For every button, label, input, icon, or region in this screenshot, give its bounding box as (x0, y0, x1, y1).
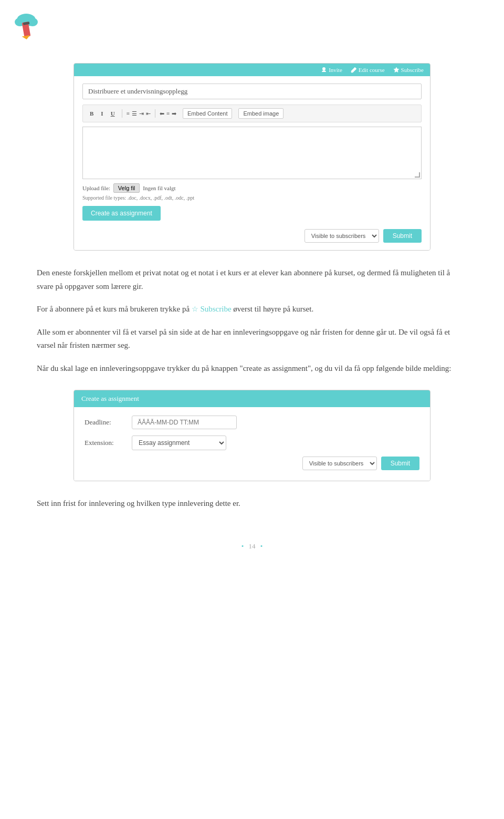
top-screenshot: Invite Edit course Subscribe Distribuere… (74, 63, 430, 251)
extension-select[interactable]: Essay assignment (132, 436, 226, 450)
create-assignment-btn[interactable]: Create as assignment (82, 206, 161, 221)
underline-btn[interactable]: U (108, 109, 118, 118)
footer-dot-left: • (242, 542, 244, 550)
visible-select[interactable]: Visible to subscribers (304, 229, 379, 243)
list2-icon: ☰ (132, 110, 137, 117)
resize-handle[interactable] (415, 172, 420, 178)
deadline-row: Deadline: (85, 416, 419, 429)
align-left-icon: ⬅ (160, 110, 164, 117)
para2-prefix: For å abonnere på et kurs må brukeren tr… (37, 305, 190, 313)
align-center-icon: ≡ (166, 110, 170, 117)
outdent-icon: ⇤ (146, 110, 151, 117)
bottom-screenshot: Create as assignment Deadline: Extension… (74, 390, 430, 481)
footer: • 14 • (32, 542, 472, 551)
align-right-icon: ➡ (172, 110, 176, 117)
extension-row: Extension: Essay assignment (85, 436, 419, 450)
screenshot-topbar: Invite Edit course Subscribe (74, 64, 430, 76)
embed-content-btn[interactable]: Embed Content (183, 108, 232, 119)
editor-area[interactable] (82, 127, 422, 179)
toolbar: B I U ≡ ☰ ⇥ ⇤ ⬅ ≡ ➡ Embed Content Embed … (82, 105, 422, 122)
paragraph-5: Sett inn frist for innlevering og hvilke… (37, 497, 467, 511)
bold-btn[interactable]: B (87, 109, 96, 118)
list-icon: ≡ (127, 110, 130, 117)
toolbar-divider2 (155, 109, 155, 118)
deadline-input[interactable] (132, 416, 237, 429)
embed-image-btn[interactable]: Embed image (238, 108, 284, 119)
bottom-row: Visible to subscribers Submit (82, 229, 422, 243)
upload-label: Upload file: (82, 185, 110, 191)
subscribe-btn[interactable]: Subscribe (393, 67, 424, 73)
no-file-text: Ingen fil valgt (143, 185, 175, 191)
italic-btn[interactable]: I (98, 109, 106, 118)
submit-btn-2[interactable]: Submit (381, 457, 419, 470)
logo-area (10, 11, 42, 44)
edit-course-btn[interactable]: Edit course (351, 67, 385, 73)
logo-icon (10, 11, 42, 42)
page-number: 14 (249, 542, 256, 550)
bottom-screenshot-body: Deadline: Extension: Essay assignment Vi… (74, 407, 430, 481)
title-input[interactable]: Distribuere et undervisningsopplegg (82, 84, 422, 99)
svg-marker-4 (22, 35, 31, 40)
upload-row: Upload file: Velg fil Ingen fil valgt (82, 183, 422, 193)
bottom-row2: Visible to subscribers Submit (85, 457, 419, 470)
toolbar-divider (122, 109, 122, 118)
star-icon: ☆ (192, 305, 201, 313)
indent-icon: ⇥ (139, 110, 144, 117)
screenshot-body: Distribuere et undervisningsopplegg B I … (74, 76, 430, 250)
extension-label: Extension: (85, 439, 132, 447)
file-types-row: Supported file types: .doc, .docx, .pdf,… (82, 195, 422, 201)
visible-select-2[interactable]: Visible to subscribers (302, 457, 377, 470)
invite-btn[interactable]: Invite (321, 67, 342, 73)
bottom-screenshot-header: Create as assignment (74, 390, 430, 407)
choose-file-btn[interactable]: Velg fil (113, 183, 140, 193)
deadline-label: Deadline: (85, 418, 132, 427)
submit-btn[interactable]: Submit (383, 229, 422, 243)
subscribe-link[interactable]: Subscribe (200, 305, 231, 313)
footer-dot-right: • (260, 542, 263, 550)
paragraph-1: Den eneste forskjellen mellom et privat … (37, 266, 467, 375)
